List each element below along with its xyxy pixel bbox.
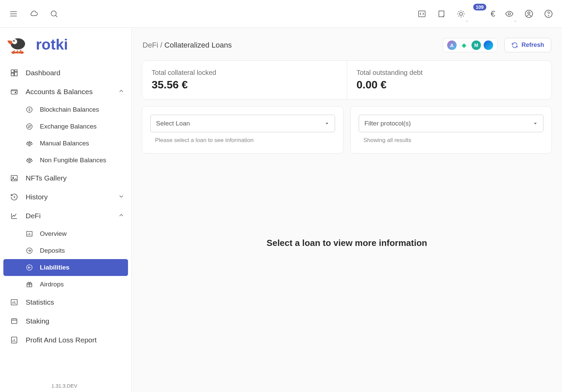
chevron-down-icon [513,19,517,23]
svg-rect-27 [15,70,17,72]
svg-point-17 [528,12,530,14]
empty-state-message: Select a loan to view more information [142,238,552,248]
sidebar-item-label: Statistics [26,298,54,306]
svg-point-6 [459,12,462,15]
sidebar-item-label: Liabilities [40,264,70,271]
svg-point-21 [12,39,18,45]
sidebar-sub-blockchain[interactable]: $ Blockchain Balances [0,101,131,118]
sidebar-sub-airdrops[interactable]: Airdrops [0,276,131,293]
sidebar-item-accounts[interactable]: Accounts & Balances [0,82,131,101]
refresh-button[interactable]: Refresh [504,38,551,52]
brand-logo-icon [7,35,28,54]
svg-point-22 [13,40,15,41]
svg-rect-42 [11,319,17,324]
currency-switcher[interactable]: € [491,9,495,19]
chevron-down-icon [465,19,469,23]
svg-point-3 [51,11,56,16]
protocol-aave-icon [447,40,457,50]
svg-rect-5 [418,11,425,17]
svg-point-36 [13,177,14,178]
stat-collateral: Total collateral locked 35.56 € [142,61,347,99]
stats-icon [9,298,19,307]
svg-rect-30 [11,90,17,94]
cloud-icon[interactable] [28,8,39,19]
sidebar-sub-liabilities[interactable]: Liabilities [3,259,128,276]
exchange-icon [25,122,34,131]
svg-point-31 [15,92,16,93]
theme-icon[interactable] [456,8,466,19]
sidebar-item-statistics[interactable]: Statistics [0,293,131,312]
wallet-icon [9,87,19,96]
svg-rect-26 [11,70,14,73]
chevron-up-icon [118,88,125,96]
sidebar-item-dashboard[interactable]: Dashboard [0,63,131,82]
caret-down-icon [533,121,538,126]
select-placeholder: Select Loan [156,120,190,127]
menu-icon[interactable] [8,8,19,19]
svg-point-24 [12,51,15,54]
refresh-label: Refresh [521,41,544,49]
select-placeholder: Filter protocol(s) [364,120,411,127]
sidebar-sub-nft-balances[interactable]: Non Fungible Balances [0,152,131,169]
svg-point-34 [27,124,32,130]
sidebar-sub-exchange[interactable]: Exchange Balances [0,118,131,135]
currency-symbol: € [491,9,495,18]
sidebar-item-pnl[interactable]: Profit And Loss Report [0,331,131,349]
account-icon[interactable] [523,8,534,19]
shell: rotki Dashboard Accounts & Balances $ Bl… [0,28,562,392]
notification-icon[interactable]: 109 [475,8,482,19]
topbar: 109 € [0,0,562,28]
image-icon [9,173,19,183]
sidebar-sub-deposits[interactable]: Deposits [0,242,131,259]
staking-icon [9,316,19,326]
sidebar-scroll[interactable]: rotki Dashboard Accounts & Balances $ Bl… [0,28,131,392]
sidebar-item-nfts[interactable]: NFTs Gallery [0,169,131,188]
sidebar: rotki Dashboard Accounts & Balances $ Bl… [0,28,132,392]
filter-row: Select Loan Please select a loan to see … [142,106,552,153]
sidebar-item-label: Overview [40,230,67,237]
svg-point-25 [21,51,23,54]
sidebar-sub-manual[interactable]: Manual Balances [0,135,131,152]
protocol-chips[interactable] [443,38,497,52]
history-icon [9,192,19,202]
sidebar-item-label: Manual Balances [40,140,89,147]
svg-point-19 [548,15,548,16]
sidebar-item-label: Profit And Loss Report [26,336,97,344]
chevron-down-icon [118,193,125,201]
sidebar-item-history[interactable]: History [0,188,131,206]
sidebar-item-label: Accounts & Balances [26,88,93,96]
svg-line-4 [55,15,57,17]
topbar-right: 109 € [416,8,554,19]
page-header: DeFi / Collateralized Loans Refresh [142,38,552,52]
sidebar-item-staking[interactable]: Staking [0,312,131,331]
dashboard-icon [9,68,19,78]
svg-line-11 [458,11,459,12]
breadcrumb-current: Collateralized Loans [164,41,232,49]
sidebar-item-defi[interactable]: DeFi [0,206,131,225]
search-icon[interactable] [49,8,59,19]
breadcrumb-parent[interactable]: DeFi [143,41,158,49]
linechart-icon [9,211,19,221]
version-label: 1.31.3.DEV [0,380,129,392]
protocol-liquity-icon [484,40,493,50]
deposit-icon [25,246,34,255]
svg-text:$: $ [28,108,30,112]
help-icon[interactable] [543,8,554,19]
loan-select[interactable]: Select Loan [150,115,335,132]
sidebar-item-label: Staking [26,317,49,325]
svg-point-15 [508,12,511,15]
code-icon[interactable] [416,8,427,19]
protocol-filter-select[interactable]: Filter protocol(s) [359,115,543,132]
protocol-compound-icon [459,40,469,50]
sidebar-sub-overview[interactable]: Overview [0,225,131,242]
brand[interactable]: rotki [0,28,131,63]
page-actions: Refresh [443,38,551,52]
main-content: DeFi / Collateralized Loans Refresh Tota… [132,28,562,392]
scale-icon [25,139,34,148]
privacy-icon[interactable] [504,8,515,19]
breadcrumb-sep: / [158,41,164,49]
note-icon[interactable] [436,8,447,19]
liability-icon [25,263,34,272]
svg-marker-45 [534,123,537,124]
svg-line-14 [463,11,463,12]
